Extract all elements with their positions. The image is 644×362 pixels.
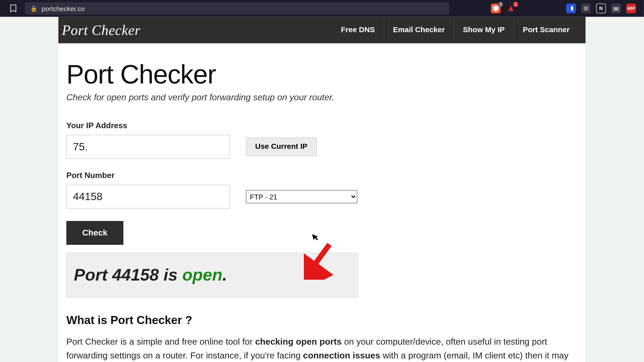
nav-port-scanner[interactable]: Port Scanner (513, 17, 578, 43)
result-status: open (182, 266, 222, 284)
lock-icon: 🔒 (30, 5, 37, 12)
about-heading: What is Port Checker ? (66, 313, 578, 327)
page-container: Port Checker Free DNS Email Checker Show… (58, 17, 586, 362)
ext-icon-1[interactable] (566, 4, 576, 13)
site-logo[interactable]: Port Checker (62, 22, 140, 38)
port-label: Port Number (66, 171, 578, 180)
notion-ext-icon[interactable]: N (596, 4, 606, 13)
ip-input[interactable] (66, 135, 230, 159)
page-title: Port Checker (66, 59, 578, 90)
page-subtitle: Check for open ports and verify port for… (66, 92, 578, 102)
svg-rect-2 (584, 6, 588, 11)
url-text: portchecker.co (42, 5, 85, 12)
bookmark-icon[interactable] (6, 3, 20, 14)
check-button[interactable]: Check (66, 221, 124, 245)
about-paragraph: Port Checker is a simple and free online… (66, 335, 578, 362)
address-bar[interactable]: 🔒 portchecker.co (25, 2, 449, 15)
result-suffix: . (222, 266, 227, 284)
ip-label: Your IP Address (66, 121, 578, 130)
abp-ext-icon[interactable]: ABP (626, 4, 636, 13)
main-nav: Free DNS Email Checker Show My IP Port S… (332, 17, 578, 43)
port-preset-select[interactable]: FTP - 21 (246, 190, 357, 203)
svg-point-4 (615, 8, 617, 10)
ext-icon-2[interactable] (581, 4, 591, 13)
nav-show-my-ip[interactable]: Show My IP (454, 17, 513, 43)
camera-ext-icon[interactable] (611, 4, 621, 13)
result-text: Port 44158 is open. (74, 266, 227, 284)
result-panel: Port 44158 is open. (66, 253, 358, 298)
main-content: Port Checker Check for open ports and ve… (58, 43, 586, 362)
brave-badge: 2 (498, 2, 503, 7)
site-header: Port Checker Free DNS Email Checker Show… (58, 17, 586, 43)
brave-shield-icon[interactable]: 2 (491, 4, 501, 13)
svg-rect-1 (569, 6, 571, 11)
browser-chrome: 🔒 portchecker.co 2 1 N ABP (0, 0, 644, 17)
extension-tray: 2 1 N ABP (491, 4, 638, 13)
triangle-ext-icon[interactable]: 1 (506, 4, 516, 13)
nav-free-dns[interactable]: Free DNS (332, 17, 384, 43)
triangle-badge: 1 (513, 2, 518, 7)
nav-email-checker[interactable]: Email Checker (384, 17, 454, 43)
use-current-ip-button[interactable]: Use Current IP (246, 138, 316, 156)
port-input[interactable] (66, 185, 230, 209)
result-prefix: Port 44158 is (74, 266, 182, 284)
